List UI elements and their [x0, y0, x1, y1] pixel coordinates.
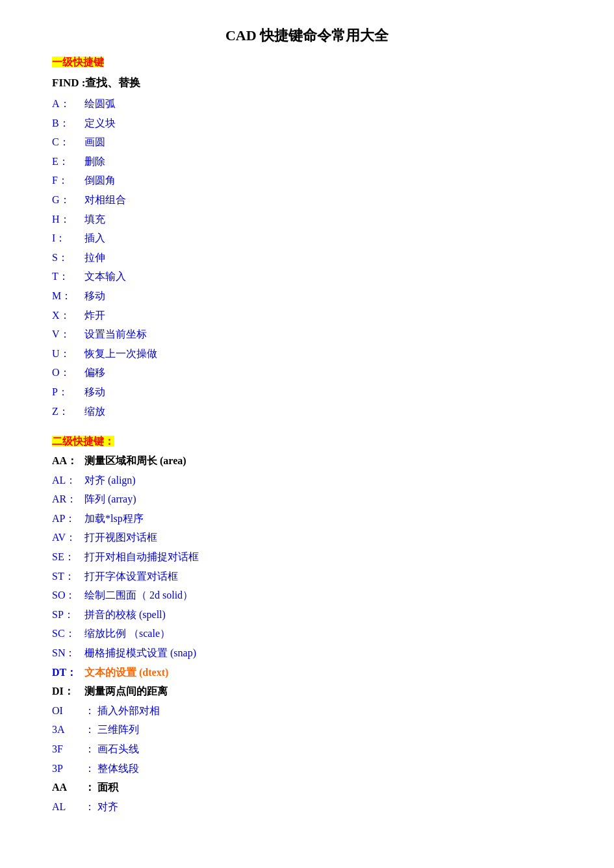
entry-desc: 移动 — [84, 386, 105, 397]
entry-desc: 对相组合 — [84, 194, 126, 205]
list-item: O：偏移 — [52, 363, 562, 382]
list-item: P：移动 — [52, 382, 562, 402]
entry-key: V： — [52, 325, 84, 344]
entry-desc: 填充 — [84, 214, 105, 225]
entry-key: C： — [52, 132, 84, 152]
entry-key: G： — [52, 190, 84, 210]
list-item: C：画圆 — [52, 132, 562, 152]
list-item: U：恢复上一次操做 — [52, 344, 562, 364]
entry-desc: 打开视图对话框 — [84, 532, 157, 543]
level1-list: A：绘圆弧B：定义块C：画圆E：删除F：倒圆角G：对相组合H：填充I：插入S：拉… — [52, 94, 562, 421]
entry-desc: 缩放比例 （scale） — [84, 628, 170, 639]
list-item: AA：测量区域和周长 (area) — [52, 451, 562, 471]
entry-desc: ： 画石头线 — [84, 743, 139, 754]
entry-key: AL： — [52, 471, 84, 490]
entry-key: AL — [52, 797, 84, 817]
entry-desc: 绘制二围面（ 2d solid） — [84, 589, 193, 601]
entry-desc: 文本的设置 (dtext) — [84, 667, 168, 678]
list-item: I：插入 — [52, 229, 562, 248]
list-item: M：移动 — [52, 286, 562, 306]
entry-key: AP： — [52, 509, 84, 528]
list-item: SP：拼音的校核 (spell) — [52, 605, 562, 625]
entry-desc: 画圆 — [84, 136, 105, 147]
entry-desc: ： 对齐 — [84, 801, 118, 812]
list-item: V：设置当前坐标 — [52, 325, 562, 344]
entry-key: OI — [52, 701, 84, 721]
list-item: SN：栅格捕捉模式设置 (snap) — [52, 643, 562, 663]
list-item: AP：加载*lsp程序 — [52, 509, 562, 528]
entry-desc: 对齐 (align) — [84, 475, 136, 486]
entry-desc: 打开对相自动捕捉对话框 — [84, 551, 199, 562]
entry-key: AV： — [52, 528, 84, 547]
list-item: F：倒圆角 — [52, 171, 562, 190]
list-item: DT：文本的设置 (dtext) — [52, 663, 562, 682]
entry-desc: 炸开 — [84, 310, 105, 321]
entry-desc: 恢复上一次操做 — [84, 348, 157, 359]
section1-header: 一级快捷键 — [52, 56, 104, 69]
entry-desc: 倒圆角 — [84, 175, 116, 186]
entry-key: M： — [52, 286, 84, 306]
entry-key: F： — [52, 171, 84, 190]
section2-header: 二级快捷键： — [52, 435, 114, 449]
list-item: 3A： 三维阵列 — [52, 720, 562, 739]
entry-desc: 移动 — [84, 290, 105, 301]
list-item: B：定义块 — [52, 114, 562, 133]
entry-key: ST： — [52, 567, 84, 586]
entry-key: P： — [52, 382, 84, 402]
find-line: FIND :查找、替换 — [52, 72, 562, 94]
list-item: G：对相组合 — [52, 190, 562, 210]
list-item: AL：对齐 (align) — [52, 471, 562, 490]
list-item: S：拉伸 — [52, 248, 562, 267]
entry-key: DT： — [52, 663, 84, 682]
entry-desc: ： 面积 — [84, 782, 118, 793]
list-item: SE：打开对相自动捕捉对话框 — [52, 547, 562, 567]
entry-key: SE： — [52, 547, 84, 567]
list-item: Z：缩放 — [52, 402, 562, 421]
list-item: E：删除 — [52, 152, 562, 171]
entry-desc: 删除 — [84, 156, 105, 167]
page-title: CAD 快捷键命令常用大全 — [52, 26, 562, 45]
entry-desc: 测量两点间的距离 — [84, 686, 168, 697]
entry-desc: 定义块 — [84, 118, 116, 129]
list-item: T：文本输入 — [52, 267, 562, 286]
entry-desc: 拉伸 — [84, 252, 105, 263]
entry-key: AA： — [52, 451, 84, 471]
list-item: A：绘圆弧 — [52, 94, 562, 114]
list-item: AR：阵列 (array) — [52, 490, 562, 509]
list-item: 3F： 画石头线 — [52, 739, 562, 759]
entry-key: SO： — [52, 586, 84, 605]
entry-desc: ： 三维阵列 — [84, 724, 139, 735]
list-item: OI： 插入外部对相 — [52, 701, 562, 721]
section2-label: 二级快捷键： — [52, 436, 114, 447]
section1-label: 一级快捷键 — [52, 56, 104, 68]
entry-key: Z： — [52, 402, 84, 421]
entry-desc: ： 插入外部对相 — [84, 705, 160, 716]
entry-key: SP： — [52, 605, 84, 625]
entry-desc: 栅格捕捉模式设置 (snap) — [84, 647, 196, 658]
list-item: AL： 对齐 — [52, 797, 562, 817]
list-item: X：炸开 — [52, 306, 562, 325]
list-item: 3P： 整体线段 — [52, 759, 562, 778]
entry-key: U： — [52, 344, 84, 364]
entry-desc: 文本输入 — [84, 271, 126, 282]
level2-list: AA：测量区域和周长 (area)AL：对齐 (align)AR：阵列 (arr… — [52, 451, 562, 816]
entry-key: AA — [52, 778, 84, 797]
list-item: ST：打开字体设置对话框 — [52, 567, 562, 586]
entry-key: SC： — [52, 624, 84, 643]
list-item: AA： 面积 — [52, 778, 562, 797]
entry-key: X： — [52, 306, 84, 325]
entry-key: H： — [52, 210, 84, 229]
entry-desc: 拼音的校核 (spell) — [84, 609, 166, 620]
entry-key: 3P — [52, 759, 84, 778]
entry-key: 3A — [52, 720, 84, 739]
entry-desc: 偏移 — [84, 367, 105, 378]
entry-desc: 插入 — [84, 232, 105, 243]
entry-key: E： — [52, 152, 84, 171]
list-item: SC：缩放比例 （scale） — [52, 624, 562, 643]
entry-desc: 加载*lsp程序 — [84, 513, 144, 524]
list-item: AV：打开视图对话框 — [52, 528, 562, 547]
entry-key: SN： — [52, 643, 84, 663]
list-item: H：填充 — [52, 210, 562, 229]
entry-desc: ： 整体线段 — [84, 763, 139, 774]
entry-desc: 设置当前坐标 — [84, 329, 147, 340]
